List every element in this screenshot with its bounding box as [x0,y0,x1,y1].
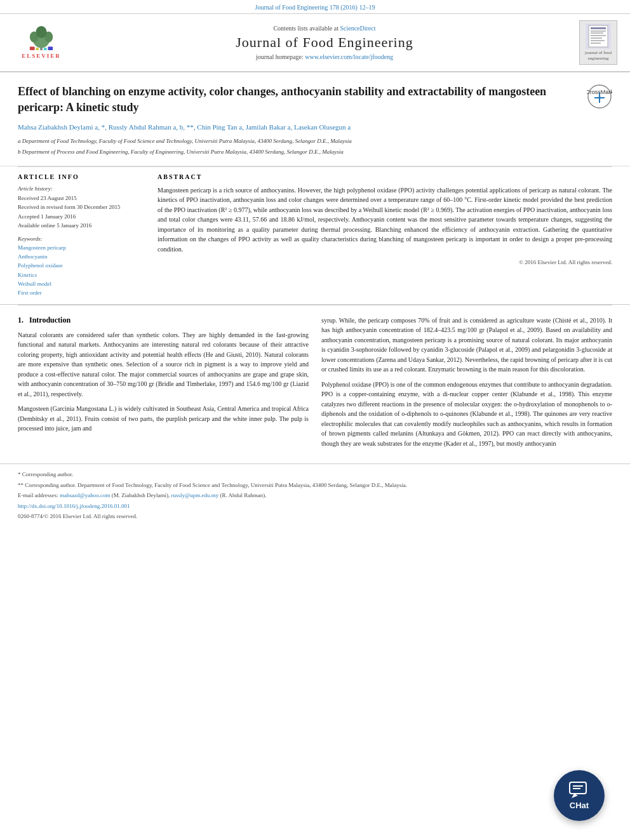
intro-paragraph-2: Mangosteen (Garcinia Mangostana L.) is w… [18,404,309,434]
svg-rect-5 [29,46,34,50]
footer: * Corresponding author. ** Corresponding… [0,463,630,528]
elsevier-brand-text: ELSEVIER [22,53,61,59]
svg-rect-13 [591,32,603,34]
svg-rect-6 [48,46,53,50]
top-bar: Journal of Food Engineering 178 (2016) 1… [0,0,630,14]
svg-rect-17 [591,43,601,44]
accepted-date: Accepted 1 January 2016 [18,212,145,221]
homepage-link[interactable]: www.elsevier.com/locate/jfoodeng [305,53,393,60]
keyword-6: First order [18,288,145,297]
journal-name: Journal of Food Engineering [70,34,579,51]
email-row: E-mail addresses: mahsazd@yahoo.com (M. … [18,491,612,500]
abstract-header: ABSTRACT [158,173,612,180]
svg-point-4 [36,26,46,38]
abstract-col: ABSTRACT Mangosteen pericarp is a rich s… [158,173,612,298]
body-right-col: syrup. While, the pericarp composes 70% … [321,316,612,454]
keywords-section: Keywords: Mangosteen pericarp Anthocyani… [18,236,145,298]
intro-paragraph-1: Natural colorants are considered safer t… [18,330,309,399]
journal-title-block: Contents lists available at ScienceDirec… [70,25,579,60]
right-paragraph-2: Polyphenol oxidase (PPO) is one of the c… [321,380,612,449]
svg-rect-16 [591,40,605,41]
issn-row: 0260-8774/© 2016 Elsevier Ltd. All right… [18,512,612,521]
chat-icon [569,782,589,799]
svg-marker-26 [572,794,578,798]
chat-button[interactable]: CHat [554,770,605,821]
elsevier-logo: ELSEVIER [13,23,70,62]
keyword-3: Polyphenol oxidase [18,261,145,270]
keywords-label: Keywords: [18,236,145,242]
email2-link[interactable]: russly@upm.edu.my [171,492,218,498]
affiliation-b: b Department of Process and Food Enginee… [18,148,579,157]
journal-header: ELSEVIER Contents lists available at Sci… [0,14,630,72]
footnote-double-star: ** Corresponding author. Department of F… [18,481,612,490]
body-section: 1. Introduction Natural colorants are co… [0,305,630,464]
doi-link[interactable]: http://dx.doi.org/10.1016/j.jfoodeng.201… [18,503,130,509]
article-title: Effect of blanching on enzyme activity, … [18,84,551,116]
chat-label: CHat [570,801,589,810]
authors: Mahsa Ziabakhsh Deylami a, *, Russly Abd… [18,122,579,133]
keyword-4: Kinetics [18,270,145,279]
svg-rect-12 [591,30,606,32]
affiliation-a: a Department of Food Technology, Faculty… [18,137,579,146]
svg-rect-14 [591,35,606,36]
keyword-5: Weibull model [18,279,145,288]
email1-link[interactable]: mahsazd@yahoo.com [60,492,111,498]
page-wrapper: Journal of Food Engineering 178 (2016) 1… [0,0,630,528]
right-paragraph-1: syrup. While, the pericarp composes 70% … [321,316,612,375]
article-info-col: ARTICLE INFO Article history: Received 2… [18,173,145,298]
journal-thumb-label: journal of food engineering [580,50,617,62]
body-left-col: 1. Introduction Natural colorants are co… [18,316,309,454]
history-label: Article history: [18,185,145,192]
journal-thumbnail: journal of food engineering [579,20,617,65]
article-info-abstract: ARTICLE INFO Article history: Received 2… [0,167,630,305]
received-date: Received 23 August 2015 [18,194,145,203]
sciencedirect-link[interactable]: ScienceDirect [340,25,375,32]
article-info-header: ARTICLE INFO [18,173,145,180]
available-date: Available online 5 January 2016 [18,221,145,230]
footnote-star: * Corresponding author. [18,470,612,479]
svg-rect-11 [591,27,606,29]
revised-date: Received in revised form 30 December 201… [18,203,145,211]
doi-row: http://dx.doi.org/10.1016/j.jfoodeng.201… [18,502,612,511]
abstract-text: Mangosteen pericarp is a rich source of … [158,185,612,255]
journal-citation: Journal of Food Engineering 178 (2016) 1… [255,4,375,11]
svg-point-22 [598,97,601,99]
article-section: Effect of blanching on enzyme activity, … [0,72,630,166]
crossmark-badge: CrossMark [587,84,612,110]
elsevier-tree-icon [24,26,59,51]
svg-rect-15 [591,37,602,39]
copyright-line: © 2016 Elsevier Ltd. All rights reserved… [158,259,612,265]
intro-title: 1. Introduction [18,316,309,325]
journal-thumb-image [586,23,611,49]
keyword-1: Mangosteen pericarp [18,243,145,252]
article-history: Article history: Received 23 August 2015… [18,185,145,230]
homepage-line: journal homepage: www.elsevier.com/locat… [70,53,579,60]
contents-line: Contents lists available at ScienceDirec… [70,25,579,32]
crossmark-icon: CrossMark [587,84,612,109]
keyword-2: Anthocyanin [18,252,145,261]
svg-rect-7 [36,48,39,50]
svg-rect-8 [43,48,46,50]
